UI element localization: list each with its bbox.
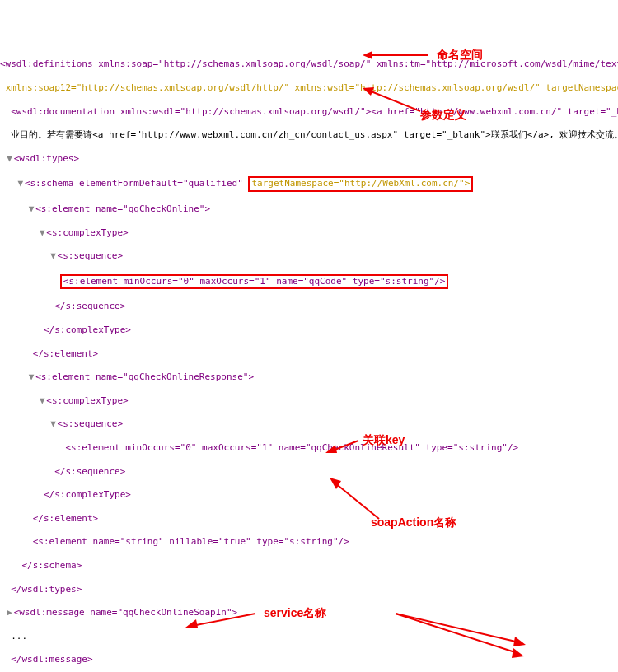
xml-line: <wsdl:definitions xmlns:soap="http://sch… (0, 58, 618, 69)
svg-line-12 (396, 614, 517, 653)
anno-key: 关联key (363, 432, 405, 447)
code-viewer: <wsdl:definitions xmlns:soap="http://sch… (0, 47, 618, 672)
svg-marker-13 (512, 648, 524, 658)
arrow-icon (396, 614, 527, 663)
param-def-box: <s:element minOccurs="0" maxOccurs="1" n… (60, 274, 449, 289)
arrow-icon (363, 82, 428, 115)
svg-line-6 (335, 483, 379, 519)
arrow-icon (363, 49, 437, 61)
anno-service: service名称 (264, 605, 326, 620)
svg-marker-1 (363, 51, 372, 59)
svg-line-8 (192, 614, 255, 626)
arrow-icon (330, 478, 387, 523)
arrow-icon (325, 436, 363, 453)
svg-marker-3 (363, 87, 374, 96)
target-namespace-box: targetNamespace="http://WebXml.com.cn/"> (248, 176, 473, 191)
svg-line-2 (369, 91, 420, 111)
anno-namespace: 命名空间 (437, 47, 483, 62)
svg-marker-9 (185, 619, 198, 628)
expand-arrow[interactable]: ▼ (6, 153, 14, 165)
arrow-icon (185, 609, 260, 630)
svg-marker-5 (325, 445, 337, 453)
